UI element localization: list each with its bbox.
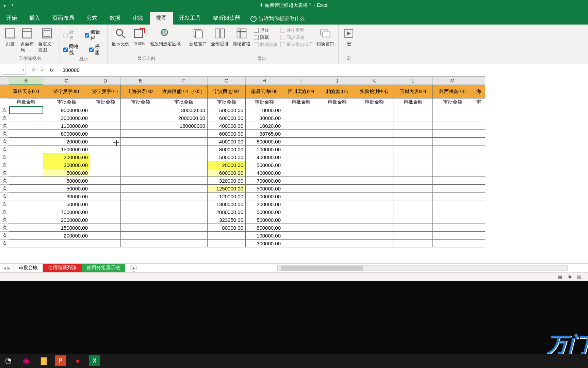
cell[interactable] [90, 169, 121, 177]
cell[interactable] [393, 114, 433, 122]
cell[interactable]: 2000000.00 [43, 216, 90, 224]
approval-header[interactable]: 审 [472, 98, 485, 106]
taskbar-excel-icon[interactable]: X [89, 355, 100, 366]
cell[interactable] [283, 232, 319, 240]
ribbon-tab-开发工具[interactable]: 开发工具 [173, 12, 207, 25]
cell[interactable] [90, 161, 121, 169]
cell[interactable] [90, 122, 121, 130]
cell[interactable] [472, 114, 485, 122]
cell[interactable] [121, 185, 160, 193]
cell[interactable]: 500000.00 [246, 161, 283, 169]
cell[interactable] [319, 114, 355, 122]
cell[interactable] [283, 106, 319, 114]
cell[interactable]: 10000.00 [246, 106, 283, 114]
cell[interactable]: 50000.00 [43, 169, 90, 177]
cell[interactable] [90, 216, 121, 224]
cell[interactable] [433, 145, 472, 153]
custom-view-button[interactable]: 自定义视图 [37, 26, 56, 55]
formula-input[interactable] [59, 66, 588, 75]
taskbar-record-icon[interactable]: ● [71, 355, 84, 367]
cell[interactable] [319, 232, 355, 240]
cell[interactable]: 38765.00 [246, 130, 283, 138]
approval-header[interactable]: 审批金额 [246, 98, 283, 106]
split-button[interactable]: 拆分 [254, 27, 278, 33]
cell[interactable] [355, 208, 393, 216]
company-header[interactable]: 济宁昊宇001 [43, 85, 90, 98]
cell[interactable] [393, 106, 433, 114]
cell[interactable] [9, 106, 43, 114]
column-header-J[interactable]: J [319, 77, 355, 85]
cell[interactable] [90, 153, 121, 161]
cell[interactable] [355, 232, 393, 240]
cell[interactable] [9, 208, 43, 216]
cell[interactable]: 500000.00 [246, 216, 283, 224]
cell[interactable] [355, 185, 393, 193]
cell[interactable] [319, 161, 355, 169]
cell[interactable] [319, 130, 355, 138]
approval-header[interactable]: 审批金额 [433, 98, 472, 106]
normal-view-button[interactable]: 页览 [3, 26, 17, 48]
cell[interactable] [433, 232, 472, 240]
cell[interactable]: 200000.00 [246, 200, 283, 208]
company-header[interactable]: 重庆天东003 [9, 85, 43, 98]
row-prefix[interactable]: 次 [0, 185, 9, 193]
sheet-nav[interactable]: ◂ ▸ [0, 265, 14, 271]
row-prefix[interactable]: 次 [0, 216, 9, 224]
cell[interactable] [9, 122, 43, 130]
cell[interactable] [433, 177, 472, 185]
cell[interactable]: 100000.00 [246, 232, 283, 240]
cell[interactable]: 1300000.00 [208, 200, 246, 208]
cell[interactable] [319, 216, 355, 224]
row-prefix[interactable]: 次 [0, 122, 9, 130]
cell[interactable]: 20000.00 [208, 161, 246, 169]
company-header[interactable]: 济宁昊宇011 [90, 85, 121, 98]
cell[interactable] [433, 161, 472, 169]
cell[interactable] [9, 193, 43, 200]
cell[interactable]: 400000.00 [246, 153, 283, 161]
cell[interactable] [433, 224, 472, 232]
cell[interactable] [472, 138, 485, 145]
ribbon-tab-插入[interactable]: 插入 [23, 12, 46, 25]
cell[interactable]: 30000.00 [246, 114, 283, 122]
cell[interactable] [9, 138, 43, 145]
cell[interactable]: 3000000.00 [43, 114, 90, 122]
cell[interactable] [472, 240, 485, 247]
column-header-H[interactable]: H [246, 77, 283, 85]
switch-window-button[interactable]: 切换窗口 [316, 26, 335, 48]
column-header-B[interactable]: B [9, 77, 43, 85]
cell[interactable] [355, 224, 393, 232]
cell[interactable] [472, 216, 485, 224]
cell[interactable] [355, 114, 393, 122]
cell[interactable] [283, 193, 319, 200]
cell[interactable] [283, 216, 319, 224]
cell[interactable] [160, 200, 208, 208]
row-prefix[interactable]: 次 [0, 161, 9, 169]
new-window-button[interactable]: 新建窗口 [189, 26, 208, 48]
cell[interactable] [121, 138, 160, 145]
column-header-L[interactable]: L [393, 77, 433, 85]
cell[interactable]: 100000.00 [246, 145, 283, 153]
cell[interactable]: 8000000.00 [43, 130, 90, 138]
cell[interactable] [90, 193, 121, 200]
cell[interactable] [160, 232, 208, 240]
cell[interactable] [160, 161, 208, 169]
cell[interactable] [283, 161, 319, 169]
company-header[interactable]: 宁波甬仑004 [208, 85, 246, 98]
row-prefix[interactable]: 次 [0, 177, 9, 185]
cell[interactable]: 20000.00 [43, 138, 90, 145]
taskbar-item[interactable]: ◔ [2, 355, 14, 367]
cell[interactable] [208, 232, 246, 240]
cell[interactable]: 7000000.00 [43, 208, 90, 216]
cell[interactable] [90, 138, 121, 145]
qat-dropdown-icon[interactable]: ▾ [12, 3, 16, 8]
cell[interactable]: 50000.00 [43, 200, 90, 208]
cell[interactable] [433, 200, 472, 208]
cell[interactable] [393, 224, 433, 232]
cell[interactable] [121, 232, 160, 240]
cell[interactable] [472, 106, 485, 114]
cell[interactable] [433, 130, 472, 138]
cell[interactable] [160, 185, 208, 193]
cell[interactable] [283, 177, 319, 185]
cell[interactable] [121, 193, 160, 200]
cell[interactable]: 1500000.00 [43, 145, 90, 153]
